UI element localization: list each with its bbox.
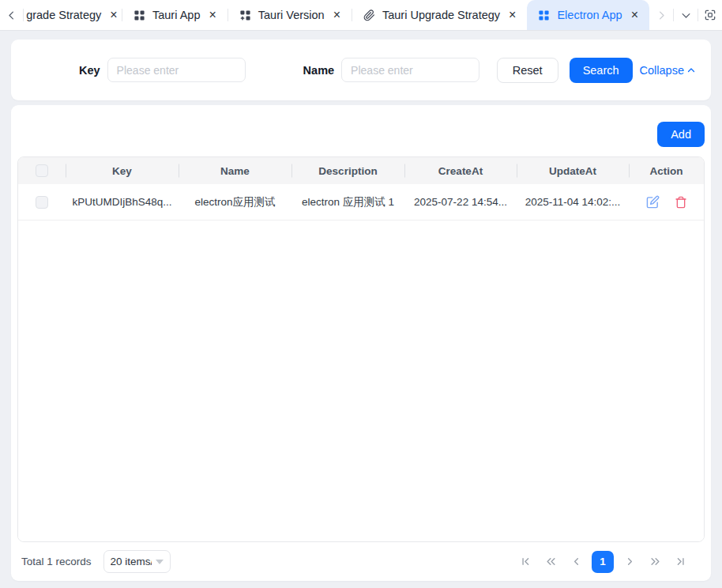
table-empty-area xyxy=(18,220,704,541)
last-page-button[interactable] xyxy=(671,551,690,573)
fullscreen-button[interactable] xyxy=(698,0,722,30)
trash-icon xyxy=(675,196,687,209)
chevron-right-icon xyxy=(656,9,667,21)
tab-label: Tauri App xyxy=(152,9,200,21)
pager: 1 xyxy=(516,551,690,573)
tab-tauri-upgrade-strategy[interactable]: Tauri Upgrade Strategy × xyxy=(352,0,527,30)
delete-button[interactable] xyxy=(675,196,687,209)
select-all-checkbox[interactable] xyxy=(36,164,48,177)
column-header-createat: CreateAt xyxy=(404,157,517,184)
row-action-cell xyxy=(629,184,704,220)
search-button[interactable]: Search xyxy=(570,58,633,83)
tab-label: grade Strategy xyxy=(26,9,101,21)
row-select-cell xyxy=(18,184,66,220)
tab-upgrade-strategy[interactable]: grade Strategy × xyxy=(24,0,122,30)
row-updateat-cell: 2025-11-04 14:02:... xyxy=(517,184,629,220)
table-card: Add Key Name Description CreateAt Update… xyxy=(11,105,711,581)
search-actions: Reset Search Collapse xyxy=(497,58,696,83)
total-records-text: Total 1 records xyxy=(21,556,92,567)
table-header-row: Key Name Description CreateAt UpdateAt A… xyxy=(18,157,704,184)
chevron-right-icon xyxy=(624,556,636,567)
grid-plus-icon xyxy=(239,9,251,21)
column-header-action: Action xyxy=(629,157,704,184)
close-icon[interactable]: × xyxy=(333,9,340,21)
fullscreen-icon xyxy=(704,9,716,21)
tab-label: Electron App xyxy=(557,9,622,21)
row-createat-cell: 2025-07-22 14:54... xyxy=(404,184,517,220)
key-label: Key xyxy=(79,64,100,77)
chevron-up-icon xyxy=(686,66,696,75)
current-page-button[interactable]: 1 xyxy=(592,551,614,573)
table-toolbar: Add xyxy=(17,105,705,156)
search-form-card: Key Name Reset Search Collapse xyxy=(11,40,711,100)
column-header-description: Description xyxy=(291,157,404,184)
scroll-tabs-left-button[interactable] xyxy=(0,0,23,30)
name-form-item: Name xyxy=(303,58,480,82)
select-all-cell xyxy=(18,157,66,184)
caret-down-icon xyxy=(156,560,164,564)
row-key-cell: kPUtUMDIjBhS48q... xyxy=(66,184,179,220)
first-page-button[interactable] xyxy=(516,551,535,573)
tab-menu-button[interactable] xyxy=(674,0,698,30)
reset-button[interactable]: Reset xyxy=(497,58,558,83)
previous-page-button[interactable] xyxy=(566,551,585,573)
row-checkbox[interactable] xyxy=(36,196,48,209)
row-name-cell: electron应用测试 xyxy=(179,184,291,220)
chevron-left-icon xyxy=(6,9,17,21)
close-icon[interactable]: × xyxy=(209,9,216,21)
page-size-select[interactable]: 20 items/pag xyxy=(103,550,171,573)
key-input[interactable] xyxy=(107,58,246,82)
tab-tauri-version[interactable]: Tauri Version × xyxy=(228,0,352,30)
add-button[interactable]: Add xyxy=(657,122,705,147)
page-size-value: 20 items/pag xyxy=(111,556,152,567)
scroll-tabs-right-button[interactable] xyxy=(649,0,673,30)
column-header-updateat: UpdateAt xyxy=(517,157,629,184)
collapse-label: Collapse xyxy=(640,64,684,77)
paperclip-icon xyxy=(363,9,375,21)
chevron-left-icon xyxy=(570,556,582,567)
tab-bar: grade Strategy × Tauri App × Tauri Versi… xyxy=(0,0,722,31)
double-chevron-left-icon xyxy=(545,556,557,567)
name-label: Name xyxy=(303,64,335,77)
close-icon[interactable]: × xyxy=(509,9,516,21)
close-icon[interactable]: × xyxy=(110,9,117,21)
grid-icon xyxy=(538,9,550,21)
back-five-pages-button[interactable] xyxy=(541,551,560,573)
first-page-icon xyxy=(520,556,532,567)
last-page-icon xyxy=(675,556,686,567)
tabbar-controls xyxy=(649,0,722,30)
row-description-cell: electron 应用测试 1 xyxy=(291,184,404,220)
tab-electron-app[interactable]: Electron App × xyxy=(527,0,649,30)
double-chevron-right-icon xyxy=(649,556,661,567)
tab-tauri-app[interactable]: Tauri App × xyxy=(122,0,228,30)
key-form-item: Key xyxy=(79,58,246,82)
chevron-down-icon xyxy=(680,9,692,21)
edit-button[interactable] xyxy=(646,195,660,209)
data-table: Key Name Description CreateAt UpdateAt A… xyxy=(17,156,705,542)
name-input[interactable] xyxy=(341,58,479,82)
column-header-key: Key xyxy=(66,157,179,184)
tab-label: Tauri Version xyxy=(258,9,325,21)
grid-icon xyxy=(133,9,145,21)
forward-five-pages-button[interactable] xyxy=(645,551,664,573)
close-icon[interactable]: × xyxy=(631,9,638,21)
pagination-bar: Total 1 records 20 items/pag 1 xyxy=(17,542,705,581)
column-header-name: Name xyxy=(179,157,291,184)
next-page-button[interactable] xyxy=(620,551,639,573)
tab-label: Tauri Upgrade Strategy xyxy=(382,9,500,21)
collapse-link[interactable]: Collapse xyxy=(640,64,696,77)
table-row: kPUtUMDIjBhS48q... electron应用测试 electron… xyxy=(18,184,704,220)
edit-icon xyxy=(646,195,660,209)
